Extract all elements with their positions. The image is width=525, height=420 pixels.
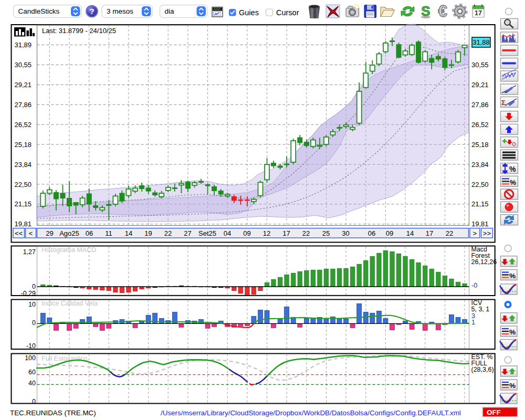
svg-text:27,86: 27,86	[471, 101, 489, 109]
svg-text:17: 17	[282, 229, 290, 237]
svg-text:-10: -10	[26, 342, 36, 350]
svg-text:%: %	[509, 165, 516, 173]
svg-text:100: 100	[25, 354, 36, 362]
svg-text:/Users/mserra/Library/CloudSto: /Users/mserra/Library/CloudStorage/Dropb…	[161, 409, 461, 417]
svg-text:19,81: 19,81	[14, 220, 32, 228]
svg-text:09: 09	[386, 229, 393, 237]
svg-text:22,50: 22,50	[471, 181, 489, 188]
svg-text:10: 10	[28, 301, 36, 308]
svg-text:1,27: 1,27	[23, 248, 36, 256]
svg-text:OFF: OFF	[487, 408, 501, 416]
svg-text:22: 22	[446, 229, 453, 237]
svg-text:3 mesos: 3 mesos	[107, 7, 133, 15]
svg-text:31,89: 31,89	[14, 41, 32, 49]
svg-text:60: 60	[28, 369, 36, 376]
svg-text:29: 29	[46, 229, 53, 237]
svg-text:12: 12	[263, 229, 270, 237]
svg-text:14: 14	[125, 229, 132, 237]
svg-text:<: <	[29, 229, 33, 237]
svg-text:04: 04	[224, 229, 231, 237]
svg-text:25: 25	[322, 229, 330, 237]
svg-text:09: 09	[243, 229, 250, 237]
svg-text:%: %	[510, 178, 516, 186]
svg-text:22,50: 22,50	[14, 181, 32, 188]
svg-text:(28,3,6): (28,3,6)	[471, 366, 494, 373]
svg-text:-0,29: -0,29	[21, 290, 36, 297]
svg-text:23,84: 23,84	[471, 161, 489, 169]
svg-text:Σ: Σ	[501, 99, 506, 107]
svg-text:17: 17	[426, 229, 433, 237]
svg-text:23,84: 23,84	[14, 161, 32, 169]
svg-text:%: %	[509, 382, 516, 390]
svg-text:0: 0	[32, 319, 36, 327]
svg-text:1: 1	[471, 319, 475, 326]
svg-text:?: ?	[89, 7, 94, 16]
svg-text:Histograma MACD: Histograma MACD	[41, 246, 96, 254]
svg-text:%: %	[509, 272, 516, 280]
svg-text:>>: >>	[483, 229, 491, 237]
svg-text:06: 06	[368, 229, 375, 237]
svg-text:%: %	[509, 328, 516, 336]
svg-text:CandleSticks: CandleSticks	[18, 7, 60, 15]
svg-text:40: 40	[28, 380, 36, 387]
svg-text:29,21: 29,21	[471, 81, 489, 89]
svg-text:Cursor: Cursor	[276, 8, 299, 17]
svg-text:06: 06	[86, 229, 93, 237]
svg-text:<<: <<	[15, 229, 23, 237]
svg-text:25,18: 25,18	[471, 141, 489, 149]
svg-text:Set25: Set25	[198, 229, 216, 237]
svg-text:19,81: 19,81	[471, 220, 489, 228]
svg-text:S: S	[421, 3, 430, 19]
svg-text:21,15: 21,15	[471, 200, 489, 208]
svg-text:Indice Calidad Vela: Indice Calidad Vela	[41, 300, 98, 307]
svg-text:30,55: 30,55	[471, 61, 489, 69]
svg-text:0: 0	[32, 398, 36, 405]
svg-text:26,12,26: 26,12,26	[471, 258, 497, 266]
svg-text:27: 27	[184, 229, 191, 237]
svg-text:26,52: 26,52	[14, 121, 32, 129]
svg-text:25,18: 25,18	[14, 141, 32, 149]
svg-text:22: 22	[164, 229, 172, 237]
svg-text:19: 19	[144, 229, 152, 237]
svg-text:27,86: 27,86	[14, 101, 32, 109]
svg-text:11: 11	[105, 229, 112, 237]
svg-text:21,15: 21,15	[14, 200, 32, 208]
svg-text:Guies: Guies	[239, 8, 259, 17]
svg-text:>: >	[473, 229, 477, 237]
svg-text:Ago25: Ago25	[59, 229, 79, 237]
svg-text:29,21: 29,21	[14, 81, 32, 89]
svg-text:31,88: 31,88	[472, 38, 490, 46]
svg-text:Full Estocastico: Full Estocastico	[41, 355, 88, 362]
svg-text:30: 30	[342, 229, 349, 237]
svg-text:€: €	[438, 2, 447, 20]
svg-text:17: 17	[475, 9, 482, 17]
svg-text:-0: -0	[471, 282, 477, 289]
svg-text:30,55: 30,55	[14, 61, 32, 69]
svg-text:0: 0	[32, 283, 36, 290]
svg-text:Last: 31.8799 - 24/10/25: Last: 31.8799 - 24/10/25	[42, 27, 116, 35]
svg-text:22: 22	[302, 229, 310, 237]
svg-text:26,52: 26,52	[471, 121, 489, 129]
svg-text:dia: dia	[165, 7, 175, 15]
svg-text:14: 14	[406, 229, 414, 237]
svg-text:TEC.REUNIDAS (TRE.MC): TEC.REUNIDAS (TRE.MC)	[10, 409, 96, 417]
